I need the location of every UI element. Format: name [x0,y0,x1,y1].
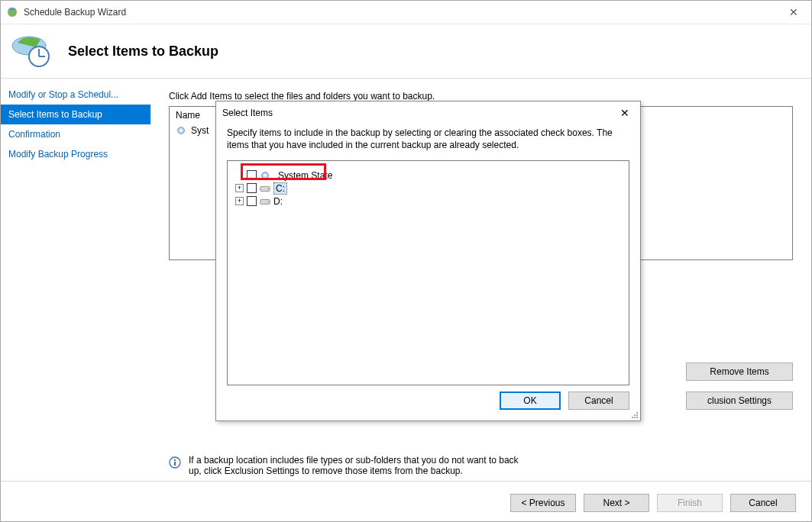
page-title: Select Items to Backup [68,44,218,60]
svg-point-17 [636,417,638,418]
checkbox-drive-c[interactable] [247,183,257,193]
header-icon [10,32,56,70]
info-text: If a backup location includes file types… [189,455,525,476]
app-icon [5,5,19,19]
resize-grip-icon[interactable] [629,410,639,419]
dialog-cancel-button[interactable]: Cancel [568,392,629,410]
info-row: If a backup location includes file types… [169,455,793,476]
cancel-button[interactable]: Cancel [730,494,796,512]
wizard-header: Select Items to Backup [1,24,811,79]
svg-point-22 [636,412,638,414]
svg-point-16 [267,201,269,202]
svg-rect-9 [174,462,176,466]
tree-row-drive-c[interactable]: + C: [235,182,621,195]
gear-icon [176,125,186,136]
checkbox-system-state[interactable] [247,170,257,180]
dialog-title: Select Items [222,108,616,118]
remove-items-button[interactable]: Remove Items [686,362,793,381]
expander-c[interactable]: + [235,184,244,192]
wizard-window: Schedule Backup Wizard ✕ Select Items to… [0,0,812,522]
gear-icon [260,170,270,181]
window-close-button[interactable]: ✕ [776,1,811,24]
dialog-titlebar: Select Items ✕ [216,102,640,124]
svg-point-14 [267,188,269,189]
close-icon: ✕ [789,6,798,18]
dialog-close-button[interactable]: ✕ [616,104,634,122]
svg-point-20 [632,417,633,418]
wizard-footer: < Previous Next > Finish Cancel [1,481,811,522]
sidebar-item-modify-progress[interactable]: Modify Backup Progress [1,144,150,164]
svg-point-12 [264,174,267,177]
tree-row-system-state[interactable]: System State [235,169,621,182]
tree-row-drive-d[interactable]: + D: [235,195,621,208]
close-icon: ✕ [620,107,629,119]
instruction-text: Click Add Items to select the files and … [169,91,793,102]
expander-spacer [235,171,244,179]
items-tree[interactable]: System State + C: + [227,160,629,385]
previous-button[interactable]: < Previous [510,494,576,512]
drive-icon [260,197,270,206]
svg-point-18 [634,417,636,418]
tree-label: D: [273,196,283,207]
tree-label: System State [278,170,332,181]
next-button[interactable]: Next > [584,494,649,512]
exclusion-settings-button[interactable]: clusion Settings [686,392,793,410]
info-icon [169,456,181,469]
dialog-description: Specify items to include in the backup b… [227,127,629,151]
drive-icon [260,184,270,193]
select-items-dialog: Select Items ✕ Specify items to include … [215,101,641,421]
tree-label: C: [273,182,287,195]
svg-point-7 [180,129,183,132]
svg-point-21 [634,414,636,416]
svg-rect-10 [174,459,176,461]
sidebar-item-select-items[interactable]: Select Items to Backup [1,105,150,124]
list-item-label: Syst [191,125,209,136]
checkbox-drive-d[interactable] [247,196,257,206]
wizard-sidebar: Modify or Stop a Schedul... Select Items… [1,79,150,481]
titlebar: Schedule Backup Wizard ✕ [1,1,811,24]
dialog-footer: OK Cancel [227,385,629,410]
dialog-body: Specify items to include in the backup b… [216,124,640,420]
svg-point-19 [636,414,638,416]
expander-d[interactable]: + [235,197,244,205]
side-buttons: Remove Items clusion Settings [686,362,793,410]
sidebar-item-confirmation[interactable]: Confirmation [1,124,150,144]
window-title: Schedule Backup Wizard [24,7,126,18]
finish-button: Finish [657,494,723,512]
ok-button[interactable]: OK [500,392,561,410]
sidebar-item-modify-stop[interactable]: Modify or Stop a Schedul... [1,85,150,105]
